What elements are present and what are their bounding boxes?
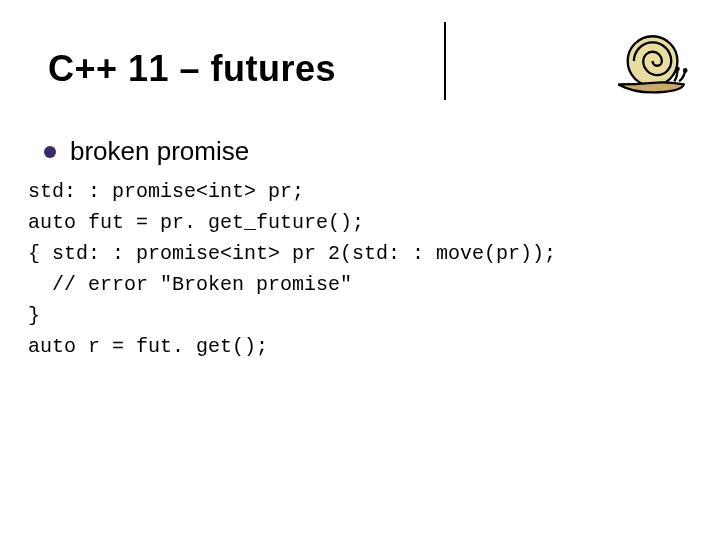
code-line: auto fut = pr. get_future(); <box>28 211 364 234</box>
code-line: auto r = fut. get(); <box>28 335 268 358</box>
code-line: } <box>28 304 40 327</box>
bullet-item: broken promise <box>44 136 249 167</box>
code-block: std: : promise<int> pr; auto fut = pr. g… <box>28 176 556 362</box>
svg-point-2 <box>683 68 688 73</box>
title-divider <box>444 22 446 100</box>
code-line: { std: : promise<int> pr 2(std: : move(p… <box>28 242 556 265</box>
page-title: C++ 11 – futures <box>48 48 336 90</box>
subtitle: broken promise <box>70 136 249 167</box>
code-line: // error "Broken promise" <box>28 273 352 296</box>
svg-point-3 <box>675 67 680 72</box>
bullet-dot-icon <box>44 146 56 158</box>
code-line: std: : promise<int> pr; <box>28 180 304 203</box>
slide: C++ 11 – futures broken promise std: : p… <box>0 0 720 540</box>
snail-icon <box>612 30 690 100</box>
